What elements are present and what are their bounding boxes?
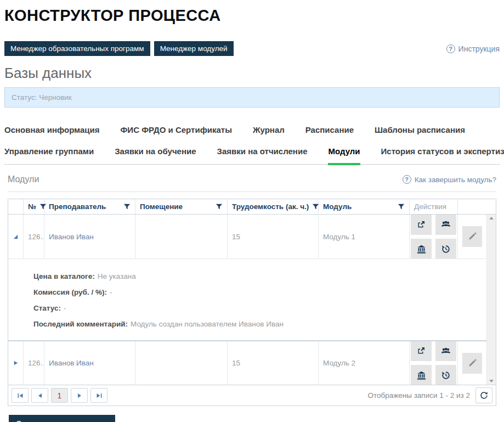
previous-page-button[interactable]	[31, 388, 48, 403]
cell-workload: 15	[228, 215, 319, 258]
open-external-button[interactable]	[411, 341, 432, 361]
modules-manager-button[interactable]: Менеджер модулей	[154, 41, 234, 56]
tabs-row-1: Основная информация ФИС ФРДО и Сертифика…	[4, 125, 500, 134]
empty-column-header	[458, 199, 496, 214]
group-button[interactable]	[435, 215, 456, 235]
history-button[interactable]	[435, 239, 456, 259]
detail-commission-label: Комиссия (руб. / %):	[33, 288, 107, 296]
detail-price: Цена в каталоге:Не указана	[33, 272, 481, 280]
tabs-row-2: Управление группами Заявки на обучение З…	[4, 147, 500, 165]
first-page-button[interactable]	[12, 388, 29, 403]
table-header-row: № Преподаватель Помещение Трудоемкость (…	[8, 199, 496, 215]
cell-number: 126…	[24, 341, 44, 385]
detail-status-value: -	[64, 304, 66, 312]
detail-commission-value: -	[110, 288, 112, 296]
teacher-link[interactable]: Иванов Иван	[49, 233, 94, 241]
finish-module-help-link[interactable]: ? Как завершить модуль?	[403, 175, 496, 184]
group-button[interactable]	[435, 341, 456, 361]
tab-journal[interactable]: Журнал	[253, 125, 285, 134]
filter-icon[interactable]	[398, 203, 405, 210]
cell-room	[135, 341, 228, 385]
instruction-label: Инструкция	[458, 44, 500, 53]
refresh-button[interactable]	[475, 387, 492, 403]
detail-comment-value: Модуль создан пользователем Иванов Иван	[131, 320, 284, 328]
tab-modules[interactable]: Модули	[328, 147, 360, 165]
manager-buttons: Менеджер образовательных программ Менедж…	[4, 41, 234, 56]
question-circle-icon: ?	[403, 175, 411, 184]
open-external-button[interactable]	[411, 215, 432, 235]
cell-room	[135, 215, 228, 258]
cell-module: Модуль 2	[319, 341, 410, 385]
modules-section-header: Модули ? Как завершить модуль?	[8, 175, 496, 192]
tab-status-history[interactable]: История статусов и экспертизы	[381, 147, 504, 164]
teacher-link[interactable]: Иванов Иван	[49, 359, 94, 367]
process-constructor-page: КОНСТРУКТОР ПРОЦЕССА Менеджер образовате…	[0, 0, 504, 422]
column-header-module: Модуль	[323, 202, 352, 211]
scroll-up-icon[interactable]	[489, 217, 494, 220]
modules-table: № Преподаватель Помещение Трудоемкость (…	[8, 199, 496, 406]
last-page-icon	[96, 392, 103, 399]
detail-commission: Комиссия (руб. / %):-	[33, 288, 481, 296]
column-header-actions: Действия	[414, 202, 446, 211]
pagination-summary: Отображены записи 1 - 2 из 2	[367, 391, 470, 400]
table-row[interactable]: 126… Иванов Иван 15 Модуль 1	[8, 215, 486, 258]
programs-manager-button[interactable]: Менеджер образовательных программ	[4, 41, 150, 56]
last-page-button[interactable]	[90, 388, 107, 403]
expand-column-header	[8, 199, 24, 214]
modules-section-title: Модули	[8, 175, 39, 184]
column-header-teacher: Преподаватель	[49, 202, 106, 211]
cell-number: 126…	[24, 215, 44, 258]
send-moderation-button[interactable]: Отправить на модерацию	[9, 415, 115, 422]
pencil-icon	[468, 232, 477, 241]
institution-button[interactable]	[411, 365, 432, 385]
detail-price-value: Не указана	[98, 272, 136, 280]
tabs: Основная информация ФИС ФРДО и Сертифика…	[4, 125, 500, 165]
table-row[interactable]: 126… Иванов Иван 15 Модуль 2	[8, 341, 486, 385]
tab-schedule[interactable]: Расписание	[305, 125, 354, 134]
entity-title: Базы данных	[4, 65, 500, 82]
page-title: КОНСТРУКТОР ПРОЦЕССА	[4, 7, 500, 25]
detail-comment-label: Последний комментарий:	[33, 320, 128, 328]
pagination-bar: 1 Отображены записи 1 - 2 из 2	[8, 385, 496, 406]
row-actions	[411, 341, 456, 385]
tab-fis-frdo[interactable]: ФИС ФРДО и Сертификаты	[121, 125, 232, 134]
current-page-button[interactable]: 1	[51, 388, 68, 403]
row-actions	[411, 215, 456, 258]
filter-icon[interactable]	[216, 203, 223, 210]
institution-button[interactable]	[411, 239, 432, 259]
edit-button[interactable]	[462, 226, 482, 247]
question-circle-icon: ?	[446, 44, 455, 53]
bank-icon	[417, 245, 426, 254]
column-header-room: Помещение	[140, 202, 183, 211]
tab-expulsion-requests[interactable]: Заявки на отчисление	[217, 147, 308, 164]
column-header-number: №	[28, 202, 36, 211]
expand-row-icon[interactable]	[13, 360, 19, 366]
edit-button[interactable]	[462, 353, 482, 374]
previous-page-icon	[37, 392, 43, 399]
cell-workload: 15	[228, 341, 319, 385]
scroll-down-icon[interactable]	[489, 380, 494, 382]
external-link-icon	[417, 346, 426, 355]
bank-icon	[417, 371, 426, 380]
row-detail-panel: Цена в каталоге:Не указана Комиссия (руб…	[8, 258, 486, 341]
instruction-link[interactable]: ? Инструкция	[446, 44, 500, 53]
history-button[interactable]	[435, 365, 456, 385]
pencil-icon	[468, 359, 477, 368]
table-body: 126… Иванов Иван 15 Модуль 1	[8, 215, 496, 385]
detail-status: Статус:-	[33, 304, 481, 312]
tab-schedule-templates[interactable]: Шаблоны расписания	[375, 125, 465, 134]
vertical-scrollbar[interactable]	[486, 215, 496, 385]
filter-icon[interactable]	[123, 203, 131, 210]
collapse-row-icon[interactable]	[13, 234, 19, 240]
users-icon	[441, 220, 451, 228]
detail-status-label: Статус:	[33, 304, 61, 312]
finish-module-help-label: Как завершить модуль?	[415, 176, 496, 184]
status-bar: Статус: Черновик	[4, 87, 500, 108]
detail-comment: Последний комментарий:Модуль создан поль…	[33, 320, 481, 328]
tab-main-info[interactable]: Основная информация	[4, 125, 100, 134]
tab-group-management[interactable]: Управление группами	[4, 147, 94, 164]
tab-enrollment-requests[interactable]: Заявки на обучение	[115, 147, 196, 164]
bottom-actions: Отправить на модерацию Удалить процесс	[9, 415, 500, 422]
users-icon	[441, 347, 451, 355]
next-page-button[interactable]	[71, 388, 88, 403]
